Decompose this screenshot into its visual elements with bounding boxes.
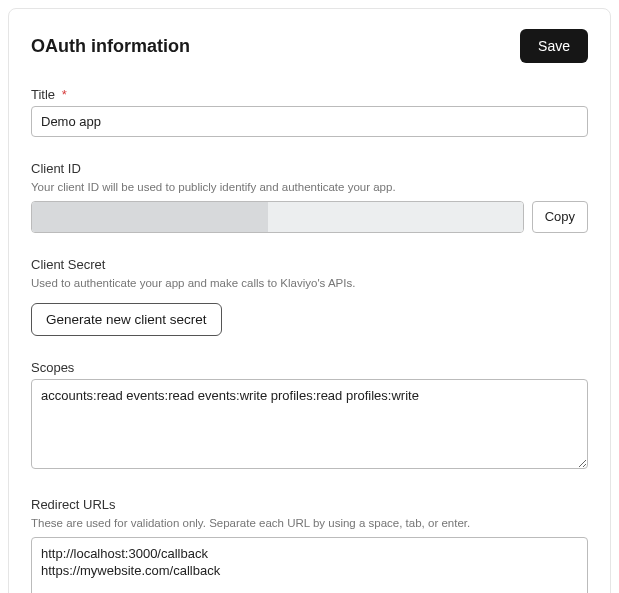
client-id-empty <box>268 202 523 232</box>
label-text: Title <box>31 87 55 102</box>
client-id-field: Client ID Your client ID will be used to… <box>31 161 588 233</box>
redirect-urls-help: These are used for validation only. Sepa… <box>31 516 588 531</box>
oauth-card: OAuth information Save Title * Client ID… <box>8 8 611 593</box>
generate-secret-button[interactable]: Generate new client secret <box>31 303 222 336</box>
scopes-label: Scopes <box>31 360 588 375</box>
required-star: * <box>62 87 67 102</box>
page-title: OAuth information <box>31 36 190 57</box>
save-button[interactable]: Save <box>520 29 588 63</box>
header-row: OAuth information Save <box>31 29 588 63</box>
client-id-help: Your client ID will be used to publicly … <box>31 180 588 195</box>
client-secret-label: Client Secret <box>31 257 588 272</box>
copy-button[interactable]: Copy <box>532 201 588 233</box>
scopes-field: Scopes <box>31 360 588 473</box>
scopes-textarea[interactable] <box>31 379 588 469</box>
client-id-label: Client ID <box>31 161 588 176</box>
title-input[interactable] <box>31 106 588 137</box>
client-secret-field: Client Secret Used to authenticate your … <box>31 257 588 336</box>
title-field: Title * <box>31 87 588 137</box>
title-label: Title * <box>31 87 588 102</box>
redirect-urls-textarea[interactable] <box>31 537 588 593</box>
client-id-row: Copy <box>31 201 588 233</box>
client-id-redacted <box>32 202 268 232</box>
redirect-urls-label: Redirect URLs <box>31 497 588 512</box>
client-secret-help: Used to authenticate your app and make c… <box>31 276 588 291</box>
client-id-value <box>31 201 524 233</box>
redirect-urls-field: Redirect URLs These are used for validat… <box>31 497 588 593</box>
